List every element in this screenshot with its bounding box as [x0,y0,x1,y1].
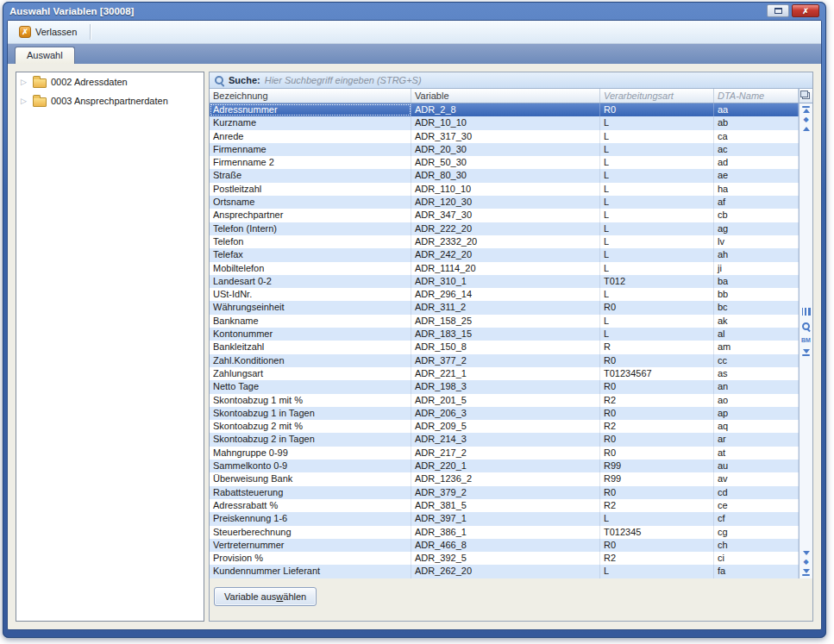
cell-verarbeitungsart[interactable]: L [600,169,714,182]
cell-bezeichnung[interactable]: Zahl.Konditionen [210,354,411,367]
cell-bezeichnung[interactable]: Kontonummer [210,328,411,341]
cell-verarbeitungsart[interactable]: R0 [600,407,714,420]
cell-bezeichnung[interactable]: Skontoabzug 2 in Tagen [210,433,411,446]
table-row[interactable]: VertreternummerADR_466_8R0ch [210,539,799,552]
cell-bezeichnung[interactable]: Skontoabzug 1 in Tagen [210,407,411,420]
table-row[interactable]: BankleitzahlADR_150_8Ram [210,341,799,353]
column-header-verarbeitungsart[interactable]: Verarbeitungsart [600,89,714,103]
cell-bezeichnung[interactable]: Preiskennung 1-6 [210,512,411,525]
cell-variable[interactable]: ADR_397_1 [411,512,600,525]
cell-bezeichnung[interactable]: Landesart 0-2 [210,275,411,288]
cell-variable[interactable]: ADR_158_25 [411,315,600,328]
cell-verarbeitungsart[interactable]: L [600,116,714,129]
table-row[interactable]: Zahl.KonditionenADR_377_2R0cc [210,354,799,367]
table-row[interactable]: Landesart 0-2ADR_310_1T012ba [210,275,799,288]
cell-variable[interactable]: ADR_317_30 [411,130,600,143]
table-row[interactable]: FirmennameADR_20_30Lac [210,143,799,156]
table-row[interactable]: MobiltelefonADR_1114_20Lji [210,262,799,275]
cell-dta[interactable]: am [714,341,799,353]
table-row[interactable]: Mahngruppe 0-99ADR_217_2R0at [210,447,799,460]
cell-bezeichnung[interactable]: Telefax [210,248,411,261]
cell-dta[interactable]: ji [714,262,799,275]
cell-verarbeitungsart[interactable]: R2 [600,499,714,512]
table-row[interactable]: Überweisung BankADR_1236_2R99av [210,472,799,485]
scroll-thumb-icon[interactable]: ◆ [803,559,808,566]
cell-variable[interactable]: ADR_10_10 [411,116,600,129]
table-row[interactable]: USt-IdNr.ADR_296_14Lbb [210,288,799,301]
cell-dta[interactable]: ag [714,222,799,235]
cell-dta[interactable]: ch [714,539,799,552]
restore-button[interactable] [767,4,789,17]
cell-dta[interactable]: ar [714,433,799,446]
cell-bezeichnung[interactable]: Firmenname [210,143,411,156]
cell-bezeichnung[interactable]: Mahngruppe 0-99 [210,447,411,460]
cell-dta[interactable]: cf [714,512,799,525]
cell-variable[interactable]: ADR_466_8 [411,539,600,552]
scroll-down-button[interactable] [803,551,810,555]
cell-verarbeitungsart[interactable]: R2 [600,420,714,433]
table-row[interactable]: TelefonADR_2332_20Llv [210,235,799,248]
table-row[interactable]: Skontoabzug 1 in TagenADR_206_3R0ap [210,407,799,420]
cell-bezeichnung[interactable]: Mobiltelefon [210,262,411,275]
cell-variable[interactable]: ADR_381_5 [411,499,600,512]
cell-dta[interactable]: cc [714,354,799,367]
cell-verarbeitungsart[interactable]: L [600,130,714,143]
cell-verarbeitungsart[interactable]: L [600,183,714,196]
table-row[interactable]: Kundennummer LieferantADR_262_20Lfa [210,565,799,578]
cell-variable[interactable]: ADR_311_2 [411,301,600,314]
cell-verarbeitungsart[interactable]: L [600,156,714,169]
cell-bezeichnung[interactable]: Netto Tage [210,380,411,393]
tab-auswahl[interactable]: Auswahl [15,47,75,64]
cell-bezeichnung[interactable]: Straße [210,169,411,182]
cell-variable[interactable]: ADR_20_30 [411,143,600,156]
cell-verarbeitungsart[interactable]: L [600,512,714,525]
table-row[interactable]: Netto TageADR_198_3R0an [210,380,799,393]
cell-verarbeitungsart[interactable]: R0 [600,103,714,116]
cell-variable[interactable]: ADR_80_30 [411,169,600,182]
cell-dta[interactable]: ce [714,499,799,512]
cell-verarbeitungsart[interactable]: L [600,143,714,156]
scroll-to-top-button[interactable] [802,106,810,113]
table-row[interactable]: BanknameADR_158_25Lak [210,315,799,328]
cell-verarbeitungsart[interactable]: R [600,341,714,353]
cell-verarbeitungsart[interactable]: L [600,565,714,578]
cell-variable[interactable]: ADR_392_5 [411,552,600,565]
table-row[interactable]: Firmenname 2ADR_50_30Lad [210,156,799,169]
select-variable-button[interactable]: Variable auswählen [214,587,317,606]
cell-dta[interactable]: fa [714,565,799,578]
cell-verarbeitungsart[interactable]: L [600,328,714,341]
cell-dta[interactable]: as [714,367,799,380]
cell-bezeichnung[interactable]: Skontoabzug 2 mit % [210,420,411,433]
cell-variable[interactable]: ADR_120_30 [411,196,600,209]
cell-dta[interactable]: au [714,460,799,472]
table-row[interactable]: Provision %ADR_392_5R2ci [210,552,799,565]
magnifier-icon[interactable] [801,322,811,331]
cell-dta[interactable]: at [714,447,799,460]
cell-variable[interactable]: ADR_2332_20 [411,235,600,248]
cell-dta[interactable]: ab [714,116,799,129]
cell-verarbeitungsart[interactable]: L [600,248,714,261]
cell-variable[interactable]: ADR_220_1 [411,460,600,472]
cell-dta[interactable]: ap [714,407,799,420]
cell-dta[interactable]: cg [714,526,799,539]
cell-variable[interactable]: ADR_110_10 [411,183,600,196]
cell-bezeichnung[interactable]: Rabattsteuerung [210,486,411,499]
cell-dta[interactable]: aq [714,420,799,433]
cell-variable[interactable]: ADR_50_30 [411,156,600,169]
cell-bezeichnung[interactable]: Sammelkonto 0-9 [210,460,411,472]
cell-variable[interactable]: ADR_1236_2 [411,472,600,485]
cell-variable[interactable]: ADR_262_20 [411,565,600,578]
cell-verarbeitungsart[interactable]: T012345 [600,526,714,539]
expand-arrow-icon[interactable]: ▷ [21,78,28,86]
cell-dta[interactable]: cd [714,486,799,499]
table-row[interactable]: SteuerberechnungADR_386_1T012345cg [210,526,799,539]
table-row[interactable]: RabattsteuerungADR_379_2R0cd [210,486,799,499]
cell-bezeichnung[interactable]: Firmenname 2 [210,156,411,169]
cell-variable[interactable]: ADR_198_3 [411,380,600,393]
cell-variable[interactable]: ADR_222_20 [411,222,600,235]
cell-verarbeitungsart[interactable]: L [600,288,714,301]
cell-dta[interactable]: lv [714,235,799,248]
cell-verarbeitungsart[interactable]: R2 [600,394,714,407]
cell-dta[interactable]: ae [714,169,799,182]
scrollbar-track[interactable]: ◆ BM ◆ [800,103,812,578]
